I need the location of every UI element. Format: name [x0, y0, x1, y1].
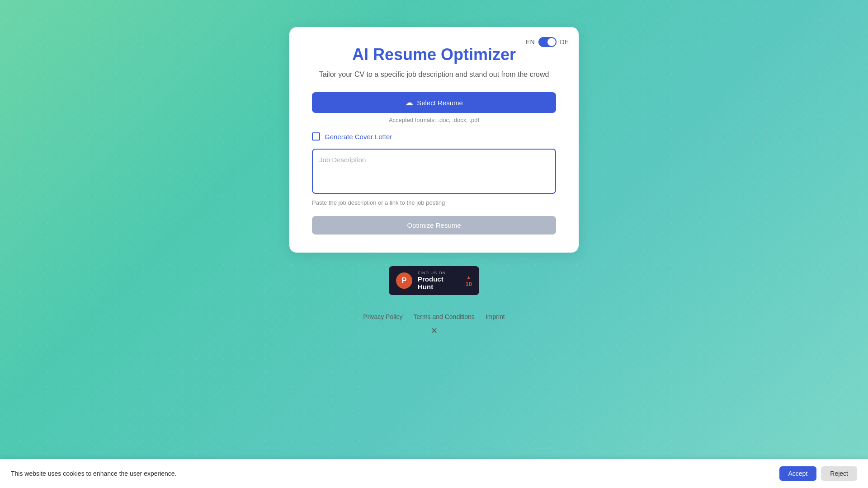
accepted-formats-text: Accepted formats: .doc, .docx, .pdf [312, 117, 556, 123]
cloud-upload-icon: ☁ [405, 98, 413, 108]
privacy-policy-link[interactable]: Privacy Policy [363, 313, 402, 320]
footer: Privacy Policy Terms and Conditions Impr… [363, 313, 505, 320]
vote-count: 10 [466, 281, 472, 287]
product-hunt-votes: ▲ 10 [466, 274, 472, 287]
main-card: EN DE AI Resume Optimizer Tailor your CV… [289, 27, 579, 253]
select-resume-button[interactable]: ☁ Select Resume [312, 92, 556, 113]
cover-letter-checkbox[interactable] [312, 132, 320, 141]
language-toggle: EN DE [526, 37, 569, 47]
product-hunt-name: Product Hunt [418, 275, 460, 291]
cover-letter-label[interactable]: Generate Cover Letter [325, 133, 392, 141]
imprint-link[interactable]: Imprint [486, 313, 505, 320]
optimize-resume-button[interactable]: Optimize Resume [312, 216, 556, 235]
product-hunt-logo: P [396, 272, 412, 289]
cookie-text: This website uses cookies to enhance the… [11, 470, 177, 477]
upvote-arrow-icon: ▲ [466, 274, 472, 281]
optimize-resume-label: Optimize Resume [407, 221, 461, 229]
job-description-hint: Paste the job description or a link to t… [312, 199, 556, 206]
app-subtitle: Tailor your CV to a specific job descrip… [312, 70, 556, 79]
job-description-textarea[interactable] [312, 149, 556, 194]
lang-de-label: DE [560, 38, 569, 46]
lang-en-label: EN [526, 38, 534, 46]
select-resume-label: Select Resume [417, 99, 463, 107]
product-hunt-badge[interactable]: P FIND US ON Product Hunt ▲ 10 [389, 266, 479, 295]
cookie-buttons: Accept Reject [779, 466, 858, 481]
cookie-banner: This website uses cookies to enhance the… [0, 459, 868, 488]
reject-button[interactable]: Reject [821, 466, 857, 481]
product-hunt-find-us: FIND US ON [418, 271, 460, 275]
product-hunt-text: FIND US ON Product Hunt [418, 271, 460, 291]
social-icon[interactable]: ✕ [431, 326, 438, 336]
product-hunt-letter: P [402, 277, 407, 285]
cover-letter-row: Generate Cover Letter [312, 132, 556, 141]
language-switch[interactable] [538, 37, 557, 47]
terms-conditions-link[interactable]: Terms and Conditions [413, 313, 474, 320]
accept-button[interactable]: Accept [779, 466, 817, 481]
app-title: AI Resume Optimizer [312, 45, 556, 64]
